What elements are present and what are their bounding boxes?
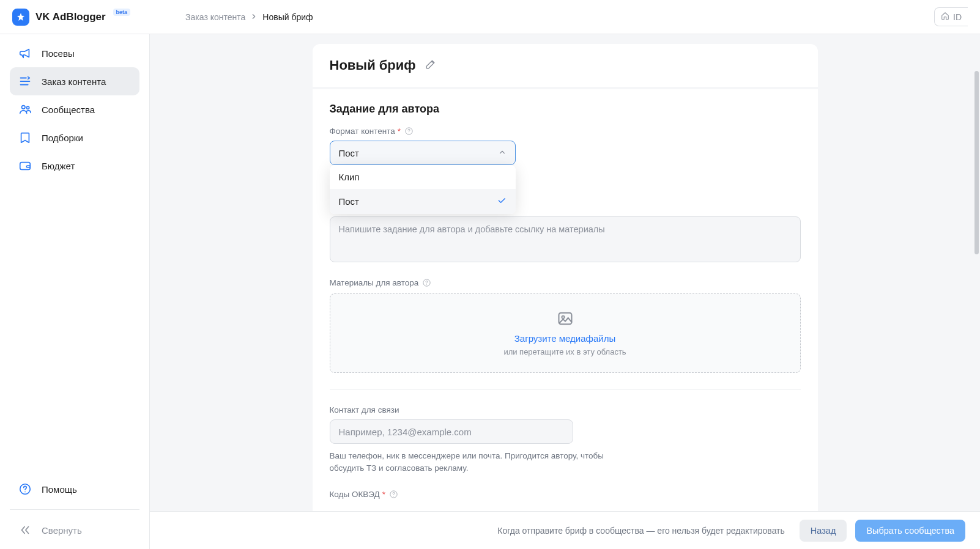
svg-point-1	[26, 106, 29, 109]
chevron-up-icon	[498, 148, 507, 158]
help-circle-icon[interactable]	[422, 278, 431, 287]
sidebar-item-label: Сообщества	[42, 105, 95, 115]
field-format: Формат контента * Пост	[330, 127, 801, 214]
svg-point-7	[562, 316, 564, 319]
upload-hint: или перетащите их в эту область	[503, 347, 626, 356]
sidebar-item-label: Бюджет	[42, 161, 75, 171]
help-circle-icon[interactable]	[404, 127, 414, 136]
logo-text: VK AdBlogger	[35, 11, 106, 23]
svg-rect-6	[559, 313, 571, 325]
format-dropdown: Клип Пост	[330, 165, 516, 214]
chevrons-left-icon	[18, 523, 32, 537]
select-communities-button[interactable]: Выбрать сообщества	[855, 520, 965, 542]
image-icon	[557, 310, 574, 330]
format-option-clip[interactable]: Клип	[330, 165, 516, 189]
field-label-okved: Коды ОКВЭД *	[330, 490, 801, 499]
back-button[interactable]: Назад	[800, 520, 847, 542]
beta-badge: beta	[113, 9, 131, 16]
sidebar-item-label: Свернуть	[42, 525, 82, 536]
chevron-right-icon	[251, 13, 256, 21]
option-label: Пост	[339, 196, 360, 207]
field-label-contact: Контакт для связи	[330, 405, 801, 415]
id-label: ID	[953, 12, 962, 22]
section-title: Задание для автора	[330, 103, 801, 116]
logo-block[interactable]: VK AdBlogger beta	[12, 9, 130, 26]
lines-icon	[18, 75, 32, 88]
bookmark-icon	[18, 131, 32, 144]
field-label-format: Формат контента *	[330, 127, 801, 136]
sidebar-item-budget[interactable]: Бюджет	[10, 152, 139, 180]
select-value: Пост	[339, 148, 360, 158]
help-circle-icon[interactable]	[389, 490, 398, 499]
check-icon	[497, 196, 507, 207]
sidebar-item-label: Подборки	[42, 133, 83, 143]
megaphone-icon	[18, 46, 32, 60]
required-mark: *	[382, 490, 385, 499]
textarea-placeholder: Напишите задание для автора и добавьте с…	[339, 224, 605, 234]
app-logo-icon	[12, 9, 29, 26]
task-textarea[interactable]: Напишите задание для автора и добавьте с…	[330, 216, 801, 262]
contact-input[interactable]	[330, 419, 573, 444]
breadcrumb-prev[interactable]: Заказ контента	[185, 12, 245, 22]
title-card: Новый бриф	[313, 44, 818, 87]
footer-bar: Когда отправите бриф в сообщества — его …	[150, 511, 980, 549]
page-title: Новый бриф	[330, 57, 416, 73]
sidebar-item-label: Помощь	[42, 484, 77, 495]
pencil-icon[interactable]	[425, 58, 437, 73]
field-okved: Коды ОКВЭД *	[330, 490, 801, 499]
field-contact: Контакт для связи Ваш телефон, ник в мес…	[330, 405, 801, 474]
sidebar-item-label: Заказ контента	[42, 76, 106, 87]
sidebar: Посевы Заказ контента	[0, 34, 150, 549]
id-button[interactable]: ID	[934, 7, 968, 26]
breadcrumb-current: Новый бриф	[262, 12, 313, 22]
sidebar-item-label: Посевы	[42, 48, 75, 59]
format-select[interactable]: Пост	[330, 141, 516, 165]
contact-help-text: Ваш телефон, ник в мессенджере или почта…	[330, 450, 623, 474]
sidebar-collapse[interactable]: Свернуть	[10, 516, 139, 544]
home-icon	[941, 12, 949, 22]
format-option-post[interactable]: Пост	[330, 189, 516, 214]
scrollbar-thumb[interactable]	[974, 71, 979, 254]
option-label: Клип	[339, 172, 360, 182]
upload-dropzone[interactable]: Загрузите медиафайлы или перетащите их в…	[330, 293, 801, 373]
breadcrumb: Заказ контента Новый бриф	[185, 12, 313, 22]
sidebar-item-content-order[interactable]: Заказ контента	[10, 67, 139, 95]
topbar: VK AdBlogger beta Заказ контента Новый б…	[0, 0, 980, 34]
help-circle-icon	[18, 482, 32, 496]
sidebar-item-collections[interactable]: Подборки	[10, 123, 139, 152]
form-card: Задание для автора Формат контента * Пос…	[313, 89, 818, 521]
sidebar-item-communities[interactable]: Сообщества	[10, 95, 139, 123]
field-materials: Материалы для автора Загрузите медиафайл…	[330, 278, 801, 373]
wallet-icon	[18, 159, 32, 172]
sidebar-item-seeding[interactable]: Посевы	[10, 39, 139, 67]
upload-link[interactable]: Загрузите медиафайлы	[514, 333, 615, 344]
main-canvas: Новый бриф Задание для автора Формат кон…	[150, 34, 980, 549]
required-mark: *	[398, 127, 401, 136]
svg-point-0	[22, 106, 26, 109]
footer-hint: Когда отправите бриф в сообщества — его …	[497, 526, 785, 536]
divider	[330, 389, 801, 389]
divider	[10, 509, 139, 510]
field-label-materials: Материалы для автора	[330, 278, 801, 287]
users-icon	[18, 103, 32, 116]
sidebar-item-help[interactable]: Помощь	[10, 475, 139, 503]
